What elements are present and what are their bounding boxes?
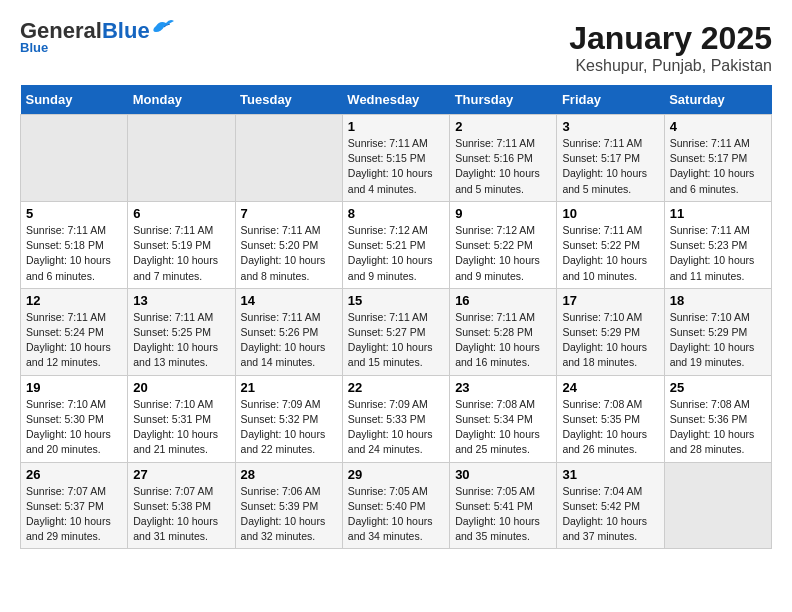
calendar-cell: 3Sunrise: 7:11 AM Sunset: 5:17 PM Daylig… xyxy=(557,115,664,202)
calendar-cell: 21Sunrise: 7:09 AM Sunset: 5:32 PM Dayli… xyxy=(235,375,342,462)
day-info: Sunrise: 7:10 AM Sunset: 5:29 PM Dayligh… xyxy=(562,310,658,371)
calendar-header-row: SundayMondayTuesdayWednesdayThursdayFrid… xyxy=(21,85,772,115)
day-info: Sunrise: 7:11 AM Sunset: 5:16 PM Dayligh… xyxy=(455,136,551,197)
day-info: Sunrise: 7:11 AM Sunset: 5:20 PM Dayligh… xyxy=(241,223,337,284)
logo-tagline: Blue xyxy=(20,40,48,55)
title-block: January 2025 Keshupur, Punjab, Pakistan xyxy=(569,20,772,75)
day-info: Sunrise: 7:11 AM Sunset: 5:17 PM Dayligh… xyxy=(670,136,766,197)
logo-blue: Blue xyxy=(102,18,150,43)
day-number: 6 xyxy=(133,206,229,221)
page-header: GeneralBlue Blue January 2025 Keshupur, … xyxy=(20,20,772,75)
calendar-cell: 18Sunrise: 7:10 AM Sunset: 5:29 PM Dayli… xyxy=(664,288,771,375)
day-number: 8 xyxy=(348,206,444,221)
day-info: Sunrise: 7:11 AM Sunset: 5:19 PM Dayligh… xyxy=(133,223,229,284)
header-thursday: Thursday xyxy=(450,85,557,115)
calendar-cell xyxy=(21,115,128,202)
calendar-row: 5Sunrise: 7:11 AM Sunset: 5:18 PM Daylig… xyxy=(21,201,772,288)
day-number: 11 xyxy=(670,206,766,221)
day-info: Sunrise: 7:11 AM Sunset: 5:25 PM Dayligh… xyxy=(133,310,229,371)
header-saturday: Saturday xyxy=(664,85,771,115)
day-info: Sunrise: 7:12 AM Sunset: 5:22 PM Dayligh… xyxy=(455,223,551,284)
calendar-cell: 4Sunrise: 7:11 AM Sunset: 5:17 PM Daylig… xyxy=(664,115,771,202)
day-info: Sunrise: 7:09 AM Sunset: 5:33 PM Dayligh… xyxy=(348,397,444,458)
day-number: 24 xyxy=(562,380,658,395)
day-number: 15 xyxy=(348,293,444,308)
day-number: 20 xyxy=(133,380,229,395)
day-number: 23 xyxy=(455,380,551,395)
day-number: 1 xyxy=(348,119,444,134)
calendar-cell: 9Sunrise: 7:12 AM Sunset: 5:22 PM Daylig… xyxy=(450,201,557,288)
day-info: Sunrise: 7:09 AM Sunset: 5:32 PM Dayligh… xyxy=(241,397,337,458)
day-number: 5 xyxy=(26,206,122,221)
calendar-cell: 20Sunrise: 7:10 AM Sunset: 5:31 PM Dayli… xyxy=(128,375,235,462)
calendar-cell xyxy=(664,462,771,549)
calendar-row: 19Sunrise: 7:10 AM Sunset: 5:30 PM Dayli… xyxy=(21,375,772,462)
day-number: 3 xyxy=(562,119,658,134)
day-number: 27 xyxy=(133,467,229,482)
day-info: Sunrise: 7:12 AM Sunset: 5:21 PM Dayligh… xyxy=(348,223,444,284)
calendar-cell: 28Sunrise: 7:06 AM Sunset: 5:39 PM Dayli… xyxy=(235,462,342,549)
day-number: 18 xyxy=(670,293,766,308)
day-number: 17 xyxy=(562,293,658,308)
day-info: Sunrise: 7:06 AM Sunset: 5:39 PM Dayligh… xyxy=(241,484,337,545)
calendar-cell: 1Sunrise: 7:11 AM Sunset: 5:15 PM Daylig… xyxy=(342,115,449,202)
day-info: Sunrise: 7:11 AM Sunset: 5:15 PM Dayligh… xyxy=(348,136,444,197)
calendar-cell xyxy=(235,115,342,202)
day-info: Sunrise: 7:08 AM Sunset: 5:34 PM Dayligh… xyxy=(455,397,551,458)
day-info: Sunrise: 7:11 AM Sunset: 5:23 PM Dayligh… xyxy=(670,223,766,284)
day-number: 16 xyxy=(455,293,551,308)
day-number: 4 xyxy=(670,119,766,134)
day-info: Sunrise: 7:08 AM Sunset: 5:36 PM Dayligh… xyxy=(670,397,766,458)
calendar-cell: 6Sunrise: 7:11 AM Sunset: 5:19 PM Daylig… xyxy=(128,201,235,288)
header-wednesday: Wednesday xyxy=(342,85,449,115)
calendar-cell: 14Sunrise: 7:11 AM Sunset: 5:26 PM Dayli… xyxy=(235,288,342,375)
calendar-cell: 23Sunrise: 7:08 AM Sunset: 5:34 PM Dayli… xyxy=(450,375,557,462)
day-info: Sunrise: 7:07 AM Sunset: 5:37 PM Dayligh… xyxy=(26,484,122,545)
day-number: 19 xyxy=(26,380,122,395)
day-info: Sunrise: 7:10 AM Sunset: 5:30 PM Dayligh… xyxy=(26,397,122,458)
day-info: Sunrise: 7:11 AM Sunset: 5:22 PM Dayligh… xyxy=(562,223,658,284)
page-title: January 2025 xyxy=(569,20,772,57)
day-number: 10 xyxy=(562,206,658,221)
calendar-cell: 7Sunrise: 7:11 AM Sunset: 5:20 PM Daylig… xyxy=(235,201,342,288)
day-number: 7 xyxy=(241,206,337,221)
calendar-cell: 29Sunrise: 7:05 AM Sunset: 5:40 PM Dayli… xyxy=(342,462,449,549)
day-info: Sunrise: 7:10 AM Sunset: 5:29 PM Dayligh… xyxy=(670,310,766,371)
day-number: 29 xyxy=(348,467,444,482)
day-number: 22 xyxy=(348,380,444,395)
day-number: 26 xyxy=(26,467,122,482)
logo: GeneralBlue Blue xyxy=(20,20,174,55)
bird-icon xyxy=(152,18,174,36)
calendar-cell: 5Sunrise: 7:11 AM Sunset: 5:18 PM Daylig… xyxy=(21,201,128,288)
calendar-cell: 24Sunrise: 7:08 AM Sunset: 5:35 PM Dayli… xyxy=(557,375,664,462)
day-number: 12 xyxy=(26,293,122,308)
calendar-cell: 16Sunrise: 7:11 AM Sunset: 5:28 PM Dayli… xyxy=(450,288,557,375)
calendar-cell: 15Sunrise: 7:11 AM Sunset: 5:27 PM Dayli… xyxy=(342,288,449,375)
day-info: Sunrise: 7:08 AM Sunset: 5:35 PM Dayligh… xyxy=(562,397,658,458)
day-info: Sunrise: 7:11 AM Sunset: 5:17 PM Dayligh… xyxy=(562,136,658,197)
calendar-cell: 26Sunrise: 7:07 AM Sunset: 5:37 PM Dayli… xyxy=(21,462,128,549)
day-number: 2 xyxy=(455,119,551,134)
header-tuesday: Tuesday xyxy=(235,85,342,115)
day-info: Sunrise: 7:11 AM Sunset: 5:18 PM Dayligh… xyxy=(26,223,122,284)
calendar-cell: 2Sunrise: 7:11 AM Sunset: 5:16 PM Daylig… xyxy=(450,115,557,202)
day-info: Sunrise: 7:07 AM Sunset: 5:38 PM Dayligh… xyxy=(133,484,229,545)
day-number: 25 xyxy=(670,380,766,395)
day-info: Sunrise: 7:11 AM Sunset: 5:27 PM Dayligh… xyxy=(348,310,444,371)
calendar-row: 26Sunrise: 7:07 AM Sunset: 5:37 PM Dayli… xyxy=(21,462,772,549)
calendar-cell: 22Sunrise: 7:09 AM Sunset: 5:33 PM Dayli… xyxy=(342,375,449,462)
calendar-row: 12Sunrise: 7:11 AM Sunset: 5:24 PM Dayli… xyxy=(21,288,772,375)
calendar-cell: 19Sunrise: 7:10 AM Sunset: 5:30 PM Dayli… xyxy=(21,375,128,462)
calendar-cell: 8Sunrise: 7:12 AM Sunset: 5:21 PM Daylig… xyxy=(342,201,449,288)
calendar-cell: 10Sunrise: 7:11 AM Sunset: 5:22 PM Dayli… xyxy=(557,201,664,288)
calendar-cell: 11Sunrise: 7:11 AM Sunset: 5:23 PM Dayli… xyxy=(664,201,771,288)
day-number: 31 xyxy=(562,467,658,482)
day-number: 30 xyxy=(455,467,551,482)
calendar-cell: 17Sunrise: 7:10 AM Sunset: 5:29 PM Dayli… xyxy=(557,288,664,375)
day-info: Sunrise: 7:05 AM Sunset: 5:41 PM Dayligh… xyxy=(455,484,551,545)
day-number: 14 xyxy=(241,293,337,308)
day-info: Sunrise: 7:10 AM Sunset: 5:31 PM Dayligh… xyxy=(133,397,229,458)
calendar-cell: 25Sunrise: 7:08 AM Sunset: 5:36 PM Dayli… xyxy=(664,375,771,462)
calendar-cell: 27Sunrise: 7:07 AM Sunset: 5:38 PM Dayli… xyxy=(128,462,235,549)
day-number: 9 xyxy=(455,206,551,221)
